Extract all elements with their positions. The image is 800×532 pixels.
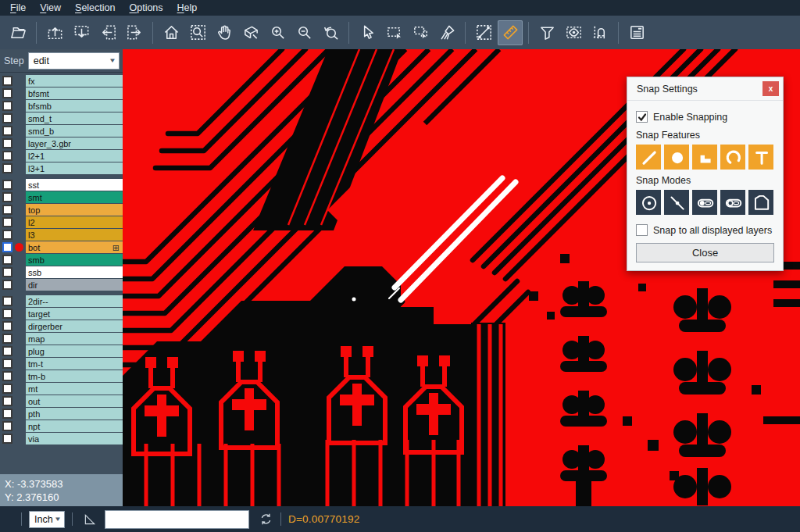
layer-name[interactable]: l2 [26,216,123,228]
layer-row-fx[interactable]: fx [0,75,123,87]
menu-options[interactable]: Options [122,1,170,15]
layer-row-l3+1[interactable]: l3+1 [0,162,123,174]
layer-name[interactable]: 2dir-- [26,295,123,307]
layer-row-bfsmb[interactable]: bfsmb [0,100,123,112]
menu-help[interactable]: Help [170,1,205,15]
layer-name[interactable]: ssb [26,266,123,278]
snap-arc-button[interactable] [720,145,745,170]
filter-icon[interactable] [534,20,559,45]
layer-row-tm-t[interactable]: tm-t [0,358,123,370]
ruler-icon[interactable] [498,20,523,45]
menu-selection[interactable]: Selection [68,1,122,15]
layer-name[interactable]: pth [26,408,123,420]
layer-visibility-checkbox[interactable] [2,280,12,290]
layer-name[interactable]: dirgerber [26,320,123,332]
mode-midpoint-button[interactable] [664,190,689,215]
layer-row-l2[interactable]: l2 [0,216,123,228]
close-icon[interactable]: x [762,81,779,96]
layer-visibility-checkbox[interactable] [2,267,12,277]
layer-row-tm-b[interactable]: tm-b [0,370,123,382]
layer-visibility-checkbox[interactable] [2,309,12,319]
layer-form-icon[interactable] [624,20,649,45]
enable-snapping-checkbox[interactable] [636,111,648,123]
rect-select-icon[interactable] [381,20,406,45]
snap-surface-button[interactable] [692,145,717,170]
mode-contour-button[interactable] [748,190,773,215]
move-right-icon[interactable] [122,20,147,45]
layer-name[interactable]: smd_b [26,125,123,137]
layer-row-plug[interactable]: plug [0,345,123,357]
snap-line-button[interactable] [636,145,661,170]
layer-visibility-checkbox[interactable] [2,101,12,111]
layer-row-ssb[interactable]: ssb [0,266,123,278]
menu-file[interactable]: File [3,1,33,15]
layer-name[interactable]: smd_t [26,112,123,124]
layer-name[interactable]: dir [26,279,123,291]
layer-row-pth[interactable]: pth [0,408,123,420]
layer-row-smt[interactable]: smt [0,191,123,203]
layer-name[interactable]: tm-b [26,370,123,382]
layer-row-smd_t[interactable]: smd_t [0,112,123,124]
layer-visibility-checkbox[interactable] [2,163,12,173]
layer-row-smb[interactable]: smb [0,254,123,266]
layer-visibility-checkbox[interactable] [2,217,12,227]
layer-visibility-checkbox[interactable] [2,334,12,344]
layer-name[interactable]: target [26,308,123,320]
layer-row-bot[interactable]: bot⊞ [0,241,123,253]
snap-all-layers-checkbox[interactable] [636,224,648,236]
layer-row-sst[interactable]: sst [0,179,123,191]
layer-row-target[interactable]: target [0,308,123,320]
step-select[interactable]: edit ▼ [28,52,120,70]
zoom-area-icon[interactable] [238,20,263,45]
layer-name[interactable]: via [26,433,123,445]
layer-name[interactable]: out [26,395,123,407]
mode-center-button[interactable] [636,190,661,215]
layer-visibility-checkbox[interactable] [2,396,12,406]
enable-snapping-row[interactable]: Enable Snapping [636,111,774,123]
angle-measure-icon[interactable] [83,512,97,527]
layer-name[interactable]: plug [26,345,123,357]
layer-visibility-checkbox[interactable] [2,76,12,86]
layer-visibility-checkbox[interactable] [2,434,12,444]
layer-row-2dir--[interactable]: 2dir-- [0,295,123,307]
layer-row-smd_b[interactable]: smd_b [0,125,123,137]
layer-row-map[interactable]: map [0,333,123,345]
layer-name[interactable]: l3+1 [26,162,123,174]
sync-refresh-icon[interactable] [259,512,273,527]
unit-select[interactable]: Inch ▼ [29,511,65,528]
layer-row-dir[interactable]: dir [0,279,123,291]
layer-visibility-checkbox[interactable] [2,371,12,381]
layer-row-l2+1[interactable]: l2+1 [0,150,123,162]
layer-name[interactable]: tm-t [26,358,123,370]
layer-visibility-checkbox[interactable] [2,421,12,431]
layer-name[interactable]: layer_3.gbr [26,137,123,149]
layer-row-top[interactable]: top [0,204,123,216]
layer-visibility-checkbox[interactable] [2,321,12,331]
snap-all-row[interactable]: Snap to all displayed layers [636,224,774,236]
zoom-fit-icon[interactable] [185,20,210,45]
group-select-icon[interactable] [408,20,433,45]
layer-name[interactable]: smt [26,191,123,203]
layer-visibility-checkbox[interactable] [2,113,12,123]
layer-row-npt[interactable]: npt [0,420,123,432]
layer-name[interactable]: smb [26,254,123,266]
pan-hand-icon[interactable] [212,20,237,45]
measure-line-icon[interactable] [471,20,496,45]
layer-visibility-checkbox[interactable] [2,205,12,215]
move-left-icon[interactable] [95,20,120,45]
snap-pad-button[interactable] [664,145,689,170]
snap-magnet-icon[interactable] [588,20,612,45]
grid-icon[interactable]: ⊞ [112,243,120,253]
layer-visibility-checkbox[interactable] [2,384,12,394]
layer-name[interactable]: bfsmb [26,100,123,112]
measure-input[interactable] [105,510,249,529]
layer-name[interactable]: mt [26,383,123,395]
mode-slot-button[interactable] [720,190,745,215]
close-button[interactable]: Close [636,243,774,262]
layer-visibility-checkbox[interactable] [2,151,12,161]
layer-visibility-checkbox[interactable] [2,359,12,369]
layer-name[interactable]: bot⊞ [26,241,123,253]
move-down-icon[interactable] [69,20,94,45]
layer-visibility-checkbox[interactable] [2,126,12,136]
layer-visibility-checkbox[interactable] [2,138,12,148]
